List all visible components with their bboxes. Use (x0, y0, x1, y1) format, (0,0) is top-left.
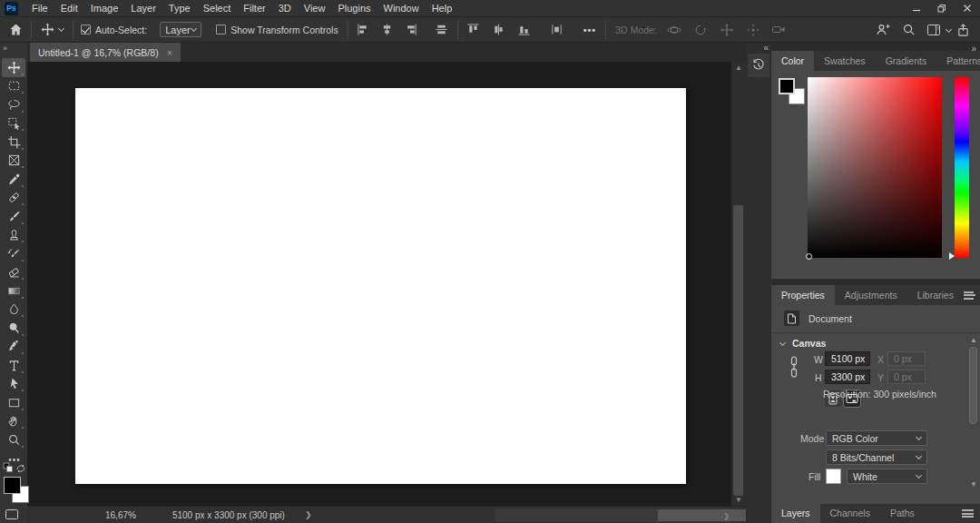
auto-select-checkbox[interactable] (81, 25, 91, 35)
align-horizontal-centers-icon[interactable] (377, 20, 397, 40)
menu-type[interactable]: Type (162, 3, 197, 14)
home-icon[interactable] (5, 20, 25, 40)
zoom-tool[interactable] (2, 430, 25, 449)
object-selection-tool[interactable] (2, 114, 25, 133)
status-bar-expand-arrow-icon[interactable]: ❯ (305, 510, 312, 519)
dock-expand-chevron-icon[interactable]: « (763, 43, 769, 53)
canvas-section-header[interactable]: Canvas (780, 338, 826, 349)
show-transform-checkbox[interactable] (216, 25, 226, 35)
eraser-tool[interactable] (2, 263, 25, 282)
dodge-tool[interactable] (2, 319, 25, 338)
foreground-color-swatch[interactable] (4, 477, 21, 494)
tab-adjustments[interactable]: Adjustments (835, 285, 907, 305)
scroll-up-arrow-icon[interactable]: ▲ (735, 64, 742, 72)
align-left-edges-icon[interactable] (354, 20, 374, 40)
crop-tool[interactable] (2, 133, 25, 152)
history-brush-tool[interactable] (2, 244, 25, 263)
scroll-right-arrow-icon[interactable]: ❯ (723, 512, 730, 520)
panel-dock-collapse-chevron-icon[interactable]: » (971, 44, 976, 54)
document-tab-close-icon[interactable]: × (167, 47, 172, 58)
tab-gradients[interactable]: Gradients (876, 51, 937, 71)
tab-swatches[interactable]: Swatches (814, 51, 876, 71)
search-icon[interactable] (898, 20, 918, 40)
canvas-pasteboard[interactable] (27, 62, 731, 506)
auto-select-target-dropdown[interactable]: Layer (160, 22, 201, 37)
share-image-user-icon[interactable] (873, 20, 893, 40)
panel-menu-icon[interactable] (962, 509, 974, 518)
zoom-level-field[interactable]: 16,67% (105, 510, 136, 520)
history-panel-icon[interactable] (748, 54, 769, 77)
workspace-switcher-icon[interactable] (924, 20, 944, 40)
menu-image[interactable]: Image (84, 3, 125, 14)
clone-stamp-tool[interactable] (2, 226, 25, 245)
rectangular-marquee-tool[interactable] (2, 77, 25, 96)
menu-edit[interactable]: Edit (54, 3, 84, 14)
panel-foreground-color-swatch[interactable] (779, 78, 795, 94)
rectangle-tool[interactable] (2, 393, 25, 412)
saturation-brightness-picker[interactable] (808, 77, 942, 258)
scroll-down-arrow-icon[interactable]: ▼ (970, 480, 977, 488)
bit-depth-dropdown[interactable]: 8 Bits/Channel (826, 449, 927, 465)
horizontal-scrollbar[interactable]: ❯ (495, 508, 731, 522)
tab-libraries[interactable]: Libraries (907, 285, 964, 305)
menu-3d[interactable]: 3D (272, 3, 298, 14)
align-bottom-edges-icon[interactable] (514, 20, 534, 40)
vertical-scrollbar[interactable]: ▲ ▼ (731, 62, 746, 506)
lasso-tool[interactable] (2, 95, 25, 114)
fill-dropdown[interactable]: White (847, 469, 927, 484)
menu-view[interactable]: View (298, 3, 332, 14)
tab-patterns[interactable]: Patterns (936, 51, 980, 71)
close-button[interactable] (955, 0, 980, 16)
fill-color-swatch[interactable] (826, 469, 841, 484)
vertical-scrollbar-thumb[interactable] (733, 205, 743, 496)
brush-tool[interactable] (2, 207, 25, 226)
distribute-vertical-centers-icon[interactable] (489, 20, 509, 40)
properties-scrollbar[interactable]: ▲ ▼ (968, 336, 978, 488)
show-transform-option[interactable]: Show Transform Controls (216, 25, 338, 35)
scroll-up-arrow-icon[interactable]: ▲ (970, 336, 977, 344)
color-picker-marker[interactable] (806, 253, 812, 260)
minimize-button[interactable] (904, 0, 929, 16)
auto-select-option[interactable]: Auto-Select: (81, 25, 147, 35)
share-export-icon[interactable] (953, 20, 973, 40)
scroll-down-arrow-icon[interactable]: ▼ (735, 496, 742, 504)
document-canvas[interactable] (75, 88, 686, 484)
move-tool[interactable] (2, 58, 25, 77)
screen-mode-icon[interactable] (5, 508, 19, 522)
gradient-tool[interactable] (2, 281, 25, 301)
align-top-edges-icon[interactable] (464, 20, 484, 40)
menu-layer[interactable]: Layer (124, 3, 162, 14)
properties-scrollbar-thumb[interactable] (969, 347, 977, 424)
toolbar-expand-chevron-icon[interactable]: » (3, 44, 7, 53)
menu-file[interactable]: File (25, 3, 54, 14)
link-dimensions-icon[interactable] (789, 355, 799, 382)
panel-menu-icon[interactable] (964, 291, 974, 300)
menu-plugins[interactable]: Plugins (331, 3, 377, 14)
tab-channels[interactable]: Channels (820, 503, 880, 523)
color-mode-dropdown[interactable]: RGB Color (826, 430, 927, 446)
move-tool-preset-icon[interactable] (37, 20, 57, 40)
pen-tool[interactable] (2, 338, 25, 357)
tab-paths[interactable]: Paths (880, 503, 925, 523)
tab-layers[interactable]: Layers (771, 503, 820, 523)
tool-preset-chevron-icon[interactable] (58, 25, 64, 31)
height-field[interactable]: 3300 px (825, 370, 870, 384)
menu-help[interactable]: Help (426, 3, 459, 14)
menu-select[interactable]: Select (197, 3, 238, 14)
hue-slider-marker[interactable] (949, 252, 955, 260)
menu-window[interactable]: Window (377, 3, 426, 14)
width-field[interactable]: 5100 px (825, 351, 870, 366)
tab-color[interactable]: Color (771, 51, 814, 71)
align-right-edges-icon[interactable] (401, 20, 421, 40)
blur-tool[interactable] (2, 301, 25, 320)
workspace-chevron-icon[interactable] (946, 26, 952, 33)
hue-slider[interactable] (955, 77, 969, 258)
more-options-ellipsis-button[interactable]: ••• (580, 25, 601, 35)
type-tool[interactable] (2, 356, 25, 375)
distribute-horizontal-centers-icon[interactable] (547, 20, 567, 40)
tab-properties[interactable]: Properties (771, 285, 835, 305)
frame-tool[interactable] (2, 152, 25, 171)
hand-tool[interactable] (2, 412, 25, 431)
document-tab[interactable]: Untitled-1 @ 16,7% (RGB/8) × (30, 43, 181, 62)
align-vertical-centers-icon[interactable] (432, 20, 452, 40)
